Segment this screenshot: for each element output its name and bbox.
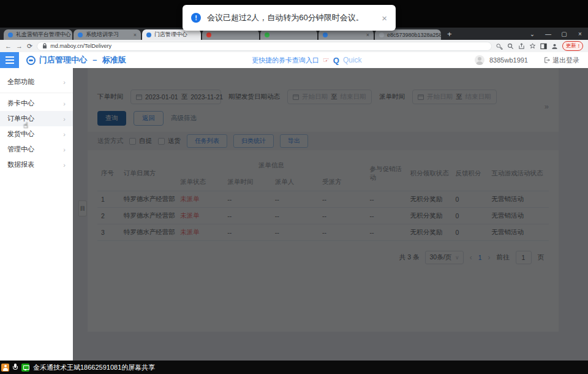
tab-label: 门店管理中心 <box>154 31 187 39</box>
window-controls: ⌄ — ▢ × <box>524 29 588 40</box>
sidebar-item-shipping-center[interactable]: 发货中心 › <box>0 126 73 142</box>
quick-q-icon[interactable]: Q <box>333 56 339 65</box>
coupon-query-link[interactable]: 更快捷的券卡查询入口 <box>252 56 319 65</box>
lock-icon <box>42 43 47 49</box>
bookmark-star-icon[interactable] <box>529 43 536 50</box>
title-separator: － <box>91 55 99 66</box>
app-edition: 标准版 <box>102 55 126 66</box>
tab-favicon <box>206 32 211 37</box>
chevron-right-icon: › <box>63 131 66 138</box>
zoom-icon[interactable] <box>507 43 514 50</box>
tab-close-icon[interactable]: × <box>131 32 137 38</box>
sidebar-item-coupon-center[interactable]: 券卡中心 › <box>0 96 73 111</box>
quick-label[interactable]: Quick <box>343 56 362 64</box>
screen-share-bar: 金禾通技术王斌18662591081的屏幕共享 <box>0 361 588 374</box>
new-tab-button[interactable]: + <box>447 29 452 39</box>
url-text: md.maboy.cn/TelDelivery <box>50 43 111 49</box>
back-icon[interactable]: ← <box>5 43 12 50</box>
chevron-right-icon: › <box>63 78 66 86</box>
sidebar-item-all-functions[interactable]: 全部功能 › <box>0 74 73 90</box>
chevron-right-icon: › <box>63 100 66 107</box>
forward-icon[interactable]: → <box>16 43 23 50</box>
dim-overlay <box>73 68 588 361</box>
minimize-icon[interactable]: — <box>540 29 556 40</box>
app-brand: 门店管理中心 － 标准版 <box>26 55 126 66</box>
browser-tab[interactable]: 礼盒营销平台管理中心 × <box>4 29 72 40</box>
share-icon[interactable] <box>518 43 525 50</box>
chevron-right-icon: › <box>63 115 66 123</box>
reload-icon[interactable]: ⟳ <box>27 43 32 50</box>
tab-label: 礼盒营销平台管理中心 <box>16 31 71 39</box>
browser-tab[interactable]: e8c573980b1328a258fd2e6... × <box>375 29 441 40</box>
browser-tab[interactable]: 系统培训学习 × <box>74 29 141 40</box>
user-avatar[interactable] <box>475 55 484 65</box>
app-body: 全部功能 › 券卡中心 › 订单中心 › 发货中心 › 管理中心 <box>0 68 588 361</box>
toast-message: 会议已超过2人，自动转为60分钟限时会议。 <box>207 12 364 23</box>
chevron-right-icon: › <box>63 161 66 169</box>
profile-avatar-icon[interactable] <box>551 43 558 50</box>
close-window-icon[interactable]: × <box>572 29 588 40</box>
browser-tab[interactable] <box>260 29 317 40</box>
app-header: 门店管理中心 － 标准版 更快捷的券卡查询入口 ☞ Q Quick 8385wb… <box>0 52 588 68</box>
screen-share-icon[interactable] <box>21 364 29 372</box>
pointing-finger-icon: ☞ <box>323 56 330 64</box>
shared-screen: 礼盒营销平台管理中心 × 系统培训学习 × 门店管理中心 <box>0 0 588 374</box>
logout-button[interactable]: 退出登录 <box>544 56 579 65</box>
tab-favicon <box>8 32 13 37</box>
info-icon: ! <box>191 13 201 23</box>
chevron-right-icon: › <box>63 146 66 153</box>
maximize-icon[interactable]: ▢ <box>556 29 572 40</box>
tab-label: 系统培训学习 <box>86 31 119 39</box>
app-logo-icon <box>26 56 36 65</box>
side-panel-icon[interactable] <box>540 43 547 50</box>
tab-search-icon[interactable]: ⌄ <box>524 29 540 40</box>
browser-tab[interactable] <box>202 29 259 40</box>
sidebar-item-order-center[interactable]: 订单中心 › <box>0 111 73 126</box>
browser-action-icons: 更新 ! <box>496 41 583 51</box>
key-icon[interactable] <box>496 43 503 50</box>
browser-tab-active[interactable]: 门店管理中心 <box>142 29 201 40</box>
tab-favicon <box>78 32 83 37</box>
sidebar-divider <box>0 93 73 93</box>
main-content: 下单时间 2023-01-01 至 2023-11-21 期望发货日期动态 开始… <box>73 68 588 361</box>
username: 8385wb1991 <box>489 56 528 64</box>
address-bar[interactable]: md.maboy.cn/TelDelivery <box>37 42 491 51</box>
tab-favicon <box>146 32 151 37</box>
quick-entry-area: 更快捷的券卡查询入口 ☞ Q Quick <box>252 56 362 65</box>
sidebar-item-data-reports[interactable]: 数据报表 › <box>0 157 73 172</box>
update-badge: ! <box>578 43 579 49</box>
microphone-icon[interactable] <box>13 364 18 371</box>
sidebar-menu: 全部功能 › 券卡中心 › 订单中心 › 发货中心 › 管理中心 <box>0 68 73 361</box>
logout-icon <box>544 57 550 63</box>
menu-hamburger-button[interactable] <box>0 52 19 68</box>
tab-label: e8c573980b1328a258fd2e6... <box>387 32 441 38</box>
tab-close-icon[interactable]: × <box>364 32 369 38</box>
tab-favicon <box>323 32 328 37</box>
chrome-update-button[interactable]: 更新 ! <box>562 41 583 51</box>
header-user-area: 8385wb1991 退出登录 <box>475 55 588 65</box>
meeting-toast: ! 会议已超过2人，自动转为60分钟限时会议。 × <box>183 5 396 31</box>
browser-navbar: ← → ⟳ md.maboy.cn/TelDelivery 更新 ! <box>0 40 588 52</box>
mouse-cursor-icon: ☝ <box>23 121 28 130</box>
screen-share-text: 金禾通技术王斌18662591081的屏幕共享 <box>33 363 155 372</box>
toast-close-icon[interactable]: × <box>382 13 387 23</box>
tab-favicon <box>265 32 270 37</box>
browser-window: 礼盒营销平台管理中心 × 系统培训学习 × 门店管理中心 <box>0 28 588 361</box>
globe-favicon <box>379 32 384 37</box>
sidebar-item-management-center[interactable]: 管理中心 › <box>0 142 73 157</box>
browser-tab[interactable]: × <box>318 29 374 40</box>
participant-icon <box>1 364 9 372</box>
app-title: 门店管理中心 <box>39 55 87 66</box>
